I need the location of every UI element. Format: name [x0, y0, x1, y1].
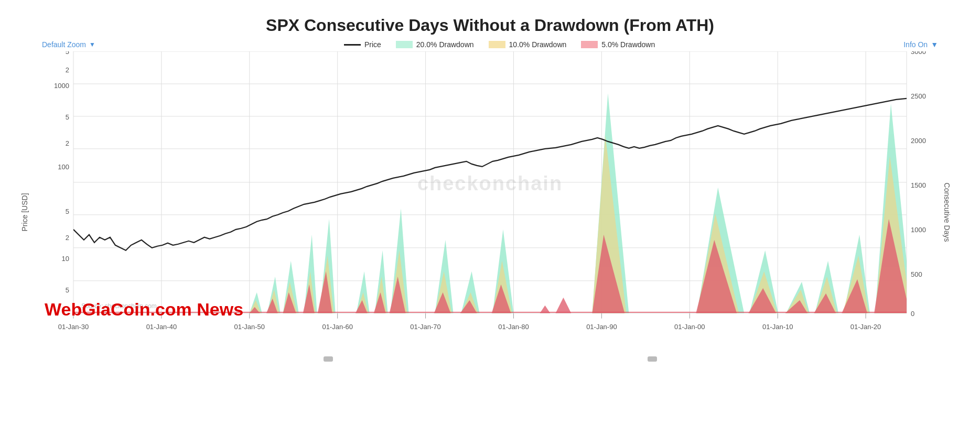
svg-text:01-Jan-90: 01-Jan-90 [586, 323, 617, 331]
legend-20pct-icon [396, 41, 413, 48]
info-on-label: Info On [903, 40, 928, 49]
info-chevron-down-icon[interactable]: ▼ [931, 40, 938, 49]
legend-20pct: 20.0% Drawdown [396, 40, 474, 49]
svg-text:01-Jan-20: 01-Jan-20 [850, 323, 881, 331]
legend-price-label: Price [364, 40, 381, 49]
svg-text:01-Jan-40: 01-Jan-40 [146, 323, 177, 331]
svg-text:1000: 1000 [54, 82, 69, 90]
svg-text:2: 2 [66, 234, 69, 242]
svg-text:1000: 1000 [911, 226, 926, 234]
svg-text:5: 5 [66, 286, 69, 294]
watermark-text: checkonchain [417, 172, 563, 194]
legend-price: Price [344, 40, 381, 49]
svg-text:5: 5 [66, 208, 69, 215]
svg-text:0: 0 [911, 310, 914, 318]
svg-text:1500: 1500 [911, 181, 926, 189]
svg-text:2: 2 [66, 66, 69, 74]
svg-text:5: 5 [66, 51, 69, 56]
y-axis-left: 5 2 1000 5 2 100 5 2 10 5 [54, 51, 69, 294]
default-zoom-label: Default Zoom [42, 40, 86, 49]
branding-text: WebGiaCoin.com News [45, 299, 243, 319]
svg-text:500: 500 [911, 270, 922, 278]
svg-text:01-Jan-70: 01-Jan-70 [410, 323, 440, 331]
svg-text:01-Jan-30: 01-Jan-30 [58, 323, 89, 331]
scroll-handle-left[interactable] [324, 356, 333, 362]
chart-legend: Price 20.0% Drawdown 10.0% Drawdown 5.0%… [344, 40, 655, 49]
legend-10pct: 10.0% Drawdown [489, 40, 567, 49]
branding-overlay: WebGiaCoin.com News [45, 299, 243, 320]
svg-text:10: 10 [62, 255, 69, 263]
svg-text:5: 5 [66, 113, 69, 121]
svg-text:2: 2 [66, 139, 69, 147]
svg-text:01-Jan-60: 01-Jan-60 [322, 323, 352, 331]
legend-10pct-icon [489, 41, 505, 48]
chart-area: 01-Jan-30 01-Jan-40 01-Jan-50 01-Jan-60 … [0, 51, 980, 355]
svg-text:2000: 2000 [911, 137, 926, 145]
svg-text:01-Jan-10: 01-Jan-10 [762, 323, 793, 331]
legend-5pct-label: 5.0% Drawdown [601, 40, 655, 49]
svg-text:01-Jan-50: 01-Jan-50 [234, 323, 265, 331]
zoom-chevron-down-icon[interactable]: ▼ [89, 41, 95, 48]
scroll-handle-right[interactable] [648, 356, 657, 362]
y-axis-right: 3000 2500 2000 1500 1000 500 0 [911, 51, 926, 318]
legend-10pct-label: 10.0% Drawdown [509, 40, 567, 49]
svg-text:01-Jan-00: 01-Jan-00 [674, 323, 705, 331]
scroll-bar[interactable] [0, 355, 980, 362]
svg-text:2500: 2500 [911, 92, 926, 100]
chart-controls: Default Zoom ▼ Price 20.0% Drawdown 10.0… [0, 40, 980, 49]
chart-title: SPX Consecutive Days Without a Drawdown … [0, 0, 980, 40]
svg-text:100: 100 [58, 163, 69, 171]
svg-text:01-Jan-80: 01-Jan-80 [498, 323, 529, 331]
svg-text:3000: 3000 [911, 51, 926, 56]
legend-5pct-icon [581, 41, 598, 48]
legend-20pct-label: 20.0% Drawdown [416, 40, 474, 49]
default-zoom-dropdown[interactable]: Default Zoom ▼ [42, 40, 95, 49]
legend-5pct: 5.0% Drawdown [581, 40, 655, 49]
chart-container: SPX Consecutive Days Without a Drawdown … [0, 0, 980, 424]
info-on-dropdown[interactable]: Info On ▼ [903, 40, 938, 49]
legend-price-icon [344, 44, 361, 46]
